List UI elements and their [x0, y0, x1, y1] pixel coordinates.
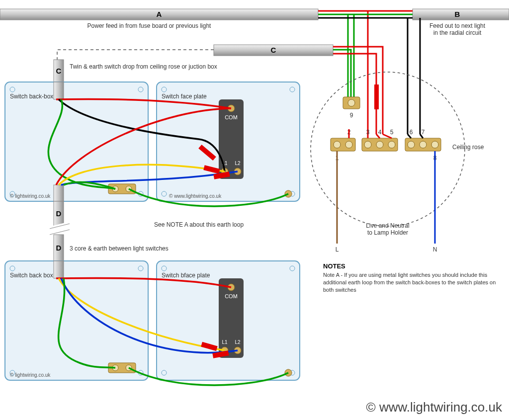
switch1-com: COM — [225, 114, 238, 120]
lamp-caption-2: to Lamp Holder — [367, 229, 408, 236]
notes-title: NOTES — [323, 262, 345, 270]
cable-c-switch-letter: C — [56, 67, 62, 75]
backbox1-label: Switch back-box — [10, 93, 53, 100]
switch2-l2: L2 — [235, 339, 241, 345]
copyright-small-1: © lightwiring.co.uk — [10, 193, 51, 199]
copyright-small-2: © www.lightwiring.co.uk — [169, 193, 222, 199]
wiring-diagram: A Power feed in from fuse board or previ… — [0, 0, 509, 420]
lamp-caption-1: Live and Neutral — [366, 222, 409, 229]
svg-rect-62 — [54, 261, 64, 278]
cable-b-caption2: in the radial circuit — [433, 29, 482, 36]
svg-point-16 — [420, 141, 426, 148]
switch1-l2: L2 — [235, 161, 241, 166]
cable-c-switch: C Twin & earth switch drop from ceiling … — [54, 60, 217, 84]
cable-b: B Feed out to next light in the radial c… — [413, 9, 509, 36]
faceplate1-label: Switch face plate — [162, 93, 207, 100]
terminal-4: 4 — [378, 129, 382, 136]
cable-a-letter: A — [157, 10, 162, 18]
svg-point-15 — [408, 141, 415, 148]
svg-rect-3 — [374, 84, 379, 109]
terminal-7: 7 — [422, 129, 425, 136]
notes-block: NOTES Note A - If you are using metal li… — [323, 262, 502, 311]
svg-point-8 — [334, 141, 340, 148]
svg-point-6 — [348, 99, 355, 106]
switch-group-1: Switch back-box © lightwiring.co.uk Swit… — [5, 82, 300, 206]
svg-rect-38 — [54, 185, 64, 201]
earth-note: See NOTE A about this earth loop — [154, 221, 244, 228]
switch2-l1: L1 — [222, 339, 228, 345]
live-l: L — [336, 246, 339, 253]
switch-group-2: Switch back box © lightwiring.co.uk Swit… — [5, 261, 300, 385]
cable-b-caption1: Feed out to next light — [429, 22, 486, 29]
neutral-n: N — [433, 246, 437, 253]
svg-point-9 — [345, 141, 352, 148]
cable-c-switch-caption: Twin & earth switch drop from ceiling ro… — [70, 63, 217, 70]
cable-d-letter-bot: D — [56, 244, 62, 252]
svg-rect-37 — [54, 82, 64, 99]
backbox2-label: Switch back box — [10, 272, 53, 279]
notes-body: Note A - If you are using metal light sw… — [323, 271, 502, 294]
cable-d: D D 3 core & earth between light switche… — [50, 201, 169, 262]
cable-d-caption: 3 core & earth between light switches — [70, 245, 169, 252]
terminal-9: 9 — [350, 112, 353, 119]
terminal-6: 6 — [410, 129, 413, 136]
cable-d-letter-top: D — [56, 209, 62, 218]
cable-a-caption: Power feed in from fuse board or previou… — [87, 22, 211, 29]
cable-b-letter: B — [455, 10, 460, 18]
copyright-large: © www.lightwiring.co.uk — [366, 400, 503, 415]
faceplate2-label: Switch bface plate — [162, 272, 210, 279]
ceiling-rose: Ceiling rose 9 2 1 3 4 5 6 7 8 L N Live … — [311, 72, 484, 253]
copyright-small-3: © lightwiring.co.uk — [10, 372, 51, 378]
switch2-com: COM — [225, 293, 238, 299]
cable-c-top-letter: C — [271, 46, 276, 54]
svg-point-13 — [388, 141, 395, 148]
terminal-5: 5 — [390, 129, 394, 136]
svg-rect-1 — [413, 9, 509, 20]
svg-point-12 — [376, 141, 383, 148]
feed-wires — [318, 11, 420, 134]
svg-point-17 — [431, 141, 438, 148]
cable-a: A Power feed in from fuse board or previ… — [0, 9, 318, 29]
svg-point-11 — [364, 141, 371, 148]
ceiling-rose-label: Ceiling rose — [452, 144, 484, 151]
